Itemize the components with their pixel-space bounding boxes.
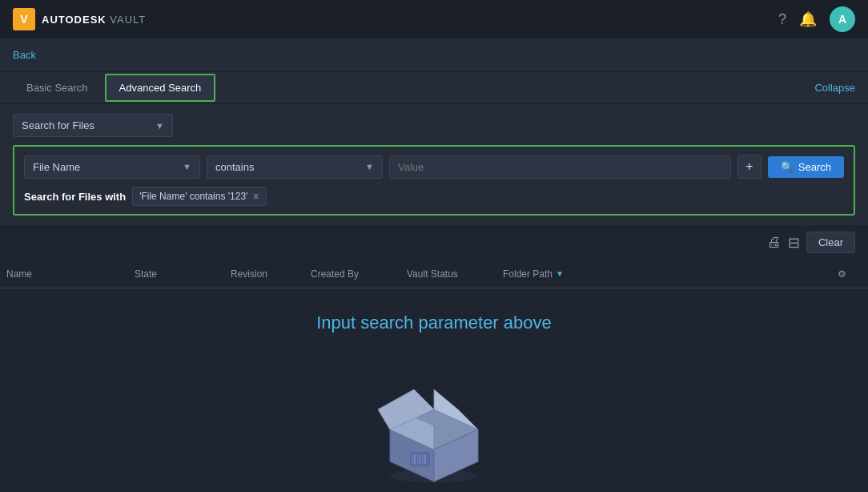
value-input[interactable] <box>389 155 731 179</box>
sub-nav: Back <box>0 38 868 72</box>
empty-state-message: Input search parameter above <box>316 313 552 333</box>
operator-chevron-icon: ▼ <box>365 162 374 171</box>
empty-state: Input search parameter above <box>0 288 868 492</box>
column-header-revision[interactable]: Revision <box>231 268 311 280</box>
search-type-dropdown[interactable]: Search for Files ▼ <box>13 114 173 137</box>
top-nav: V AUTODESK VAULT ? 🔔 A <box>0 0 868 38</box>
tag-close-button[interactable]: × <box>252 190 259 203</box>
column-header-folderpath[interactable]: Folder Path ▼ <box>503 268 838 280</box>
criteria-input-row: File Name ▼ contains ▼ + 🔍 Search <box>24 155 844 179</box>
chevron-down-icon: ▼ <box>155 121 164 131</box>
tab-advanced-search[interactable]: Advanced Search <box>105 74 216 102</box>
brand-area: V AUTODESK VAULT <box>13 8 146 30</box>
operator-dropdown[interactable]: contains ▼ <box>207 155 383 179</box>
clear-button[interactable]: Clear <box>806 232 855 253</box>
criteria-box: File Name ▼ contains ▼ + 🔍 Search Search… <box>13 145 855 216</box>
columns-icon[interactable]: ⊟ <box>788 234 800 252</box>
help-icon[interactable]: ? <box>778 11 786 28</box>
field-dropdown[interactable]: File Name ▼ <box>24 155 200 179</box>
tabs-bar: Basic Search Advanced Search Collapse <box>0 72 868 104</box>
column-header-state[interactable]: State <box>135 268 231 280</box>
tab-basic-search[interactable]: Basic Search <box>13 75 102 101</box>
notifications-icon[interactable]: 🔔 <box>799 10 817 28</box>
tabs-container: Basic Search Advanced Search <box>13 74 219 102</box>
toolbar-row: 🖨 ⊟ Clear <box>0 225 868 260</box>
topnav-actions: ? 🔔 A <box>778 6 855 32</box>
search-with-label: Search for Files with <box>24 191 126 203</box>
app-brand: AUTODESK VAULT <box>42 14 146 26</box>
app-logo: V <box>13 8 35 30</box>
empty-state-illustration <box>362 357 506 486</box>
table-header: Name State Revision Created By Vault Sta… <box>0 260 868 288</box>
tags-row: Search for Files with 'File Name' contai… <box>24 187 844 206</box>
column-settings-icon[interactable]: ⚙ <box>838 268 862 280</box>
search-tag: 'File Name' contains '123' × <box>132 187 266 206</box>
add-criteria-button[interactable]: + <box>737 155 762 179</box>
column-header-vaultstatus[interactable]: Vault Status <box>407 268 503 280</box>
tag-text: 'File Name' contains '123' <box>139 191 247 202</box>
user-avatar[interactable]: A <box>830 6 855 32</box>
print-icon[interactable]: 🖨 <box>767 234 782 251</box>
search-icon: 🔍 <box>781 161 794 173</box>
collapse-button[interactable]: Collapse <box>814 82 855 94</box>
sort-icon: ▼ <box>556 269 564 278</box>
back-link[interactable]: Back <box>13 49 36 61</box>
column-header-createdby[interactable]: Created By <box>311 268 407 280</box>
search-button[interactable]: 🔍 Search <box>768 156 844 178</box>
column-header-name[interactable]: Name <box>6 268 135 280</box>
field-chevron-icon: ▼ <box>183 162 191 171</box>
search-panel: Search for Files ▼ File Name ▼ contains … <box>0 104 868 225</box>
search-type-row: Search for Files ▼ <box>13 114 855 137</box>
